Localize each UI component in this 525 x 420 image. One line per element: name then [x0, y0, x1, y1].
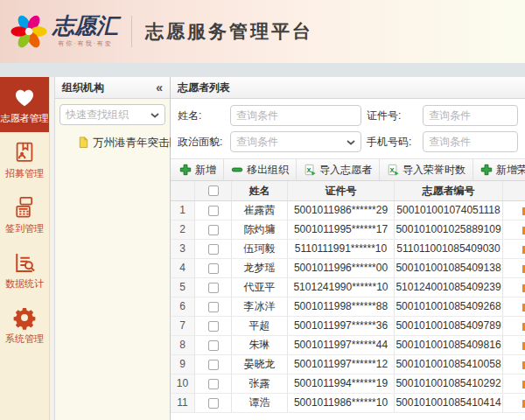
excel-icon: X — [387, 164, 399, 176]
org-panel: 组织机构 « 快速查找组织 万州港青年突击队 — [55, 77, 171, 420]
flower-logo-icon — [9, 11, 49, 52]
document-icon — [78, 136, 89, 150]
cell-volunteer-no: 500101001085410058 — [395, 355, 503, 374]
cell-name: 伍珂毅 — [232, 240, 288, 258]
idnumber-input[interactable] — [423, 105, 518, 126]
org-search-placeholder: 快速查找组织 — [66, 108, 129, 122]
heart-hand-icon — [12, 85, 37, 109]
sidebar-item-label: 招募管理 — [5, 167, 44, 180]
row-checkbox[interactable] — [208, 360, 219, 370]
svg-text:X: X — [307, 166, 312, 174]
import-volunteers-button[interactable]: X导入志愿者 — [297, 159, 380, 180]
row-checkbox[interactable] — [208, 244, 219, 255]
filter-form: 姓名:证件号:政治面貌:查询条件手机号码: — [171, 99, 525, 158]
excel-icon: X — [304, 164, 316, 176]
chevron-down-icon — [346, 136, 355, 148]
plus-icon — [179, 164, 192, 176]
row-index: 1 — [171, 201, 195, 220]
row-index: 9 — [171, 355, 195, 374]
add-honor-hours-button[interactable]: 新增荣誉时数 — [473, 159, 525, 180]
logo-tagline: 有你·有我·有爱 — [52, 39, 118, 48]
row-index: 6 — [171, 298, 195, 316]
cell-name: 朱琳 — [232, 336, 288, 354]
volunteer-table: 姓名证件号志愿者编号1崔露茜5001011986******2950010100… — [171, 181, 525, 420]
row-checkbox[interactable] — [208, 321, 219, 332]
sidebar-item-system[interactable]: 系统管理 — [0, 298, 49, 353]
cell-id-number: 5001011986******29 — [288, 201, 395, 220]
cell-name: 平超 — [232, 317, 288, 335]
row-index: 10 — [171, 374, 195, 393]
row-checkbox[interactable] — [208, 302, 219, 312]
idnumber-filter-label: 证件号: — [367, 108, 417, 123]
logo-text: 志愿汇 — [52, 15, 118, 37]
add-button[interactable]: 新增 — [172, 159, 224, 180]
row-index: 11 — [171, 394, 195, 412]
import-honor-hours-button[interactable]: X导入荣誉时数 — [380, 159, 473, 180]
sidebar-item-recruit[interactable]: 招募管理 — [0, 132, 49, 187]
sidebar-item-volunteers[interactable]: 志愿者管理 — [0, 77, 49, 132]
select-all-checkbox[interactable] — [208, 186, 219, 196]
table-row: 8朱琳5001011997******44500101001085409816 — [171, 336, 525, 355]
row-index: 7 — [171, 317, 195, 335]
button-label: 新增荣誉时数 — [496, 163, 525, 178]
org-tree-item-label: 万州港青年突击队 — [93, 136, 180, 150]
cell-id-number: 5110111991******10 — [288, 240, 395, 258]
gear-icon — [12, 305, 37, 330]
cell-id-number: 5001011997******44 — [288, 336, 395, 354]
cell-id-number: 5001011997******12 — [288, 355, 395, 374]
table-row: 5代亚平5101241990******10510124001085409239 — [171, 278, 525, 298]
row-index: 3 — [171, 240, 195, 258]
row-number-header — [171, 181, 195, 200]
row-checkbox[interactable] — [208, 263, 219, 274]
table-row: 11谭浩5001011986******10500101001085410414 — [171, 394, 525, 413]
sidebar-item-checkin[interactable]: 签到管理 — [0, 187, 49, 242]
sidebar: 志愿者管理招募管理签到管理数据统计系统管理 — [0, 77, 50, 420]
page-title: 志愿者列表 — [178, 80, 230, 95]
app-title: 志愿服务管理平台 — [145, 19, 313, 44]
table-row: 6李冰洋5001011998******88500101001085409268 — [171, 298, 525, 317]
cell-volunteer-no: 500101001085409268 — [395, 298, 503, 316]
sidebar-item-label: 志愿者管理 — [1, 112, 49, 125]
cell-name: 晏晓龙 — [232, 355, 288, 374]
button-label: 新增 — [195, 163, 216, 178]
table-row: 4龙梦瑶5001011996******00500101001085409138 — [171, 259, 525, 278]
recruit-icon — [12, 140, 37, 164]
collapse-panel-icon[interactable]: « — [156, 80, 163, 94]
table-row: 10张露5001011994******19500101001085410292 — [171, 374, 525, 394]
table-row: 9晏晓龙5001011997******12500101001085410058 — [171, 355, 525, 374]
remove-from-org-button[interactable]: 移出组织 — [224, 159, 297, 180]
minus-icon — [231, 164, 243, 176]
cell-volunteer-no: 511011001085409030 — [395, 240, 503, 258]
row-checkbox[interactable] — [208, 340, 219, 351]
button-label: 导入荣誉时数 — [402, 163, 466, 178]
svg-text:X: X — [390, 166, 395, 174]
row-index: 5 — [171, 278, 195, 297]
cell-id-number: 5001011996******00 — [288, 259, 395, 277]
cell-name: 陈灼墉 — [232, 220, 288, 239]
row-index: 8 — [171, 336, 195, 354]
cell-name: 张露 — [232, 374, 288, 393]
org-search-combobox[interactable]: 快速查找组织 — [60, 104, 165, 125]
name-filter-label: 姓名: — [178, 108, 225, 123]
politics-filter-label: 政治面貌: — [178, 135, 225, 150]
politics-select[interactable]: 查询条件 — [230, 131, 361, 152]
cell-name: 龙梦瑶 — [232, 259, 288, 277]
chevron-down-icon — [150, 108, 159, 121]
org-tree-item[interactable]: 万州港青年突击队 — [78, 136, 168, 150]
app-banner: 志愿汇 有你·有我·有爱 志愿服务管理平台 — [0, 0, 525, 63]
sidebar-item-stats[interactable]: 数据统计 — [0, 242, 49, 298]
phone-input[interactable] — [423, 131, 518, 152]
sidebar-item-label: 系统管理 — [5, 332, 44, 346]
cell-id-number: 5001011998******88 — [288, 298, 395, 316]
row-checkbox[interactable] — [208, 379, 219, 389]
row-checkbox[interactable] — [208, 283, 219, 293]
row-checkbox[interactable] — [208, 398, 219, 409]
row-checkbox[interactable] — [208, 225, 219, 235]
phone-filter-label: 手机号码: — [367, 135, 417, 150]
sidebar-item-label: 数据统计 — [5, 277, 44, 290]
column-header: 姓名 — [232, 181, 288, 200]
row-checkbox[interactable] — [208, 206, 219, 216]
plus-icon — [480, 164, 493, 176]
org-panel-title: 组织机构 — [62, 80, 104, 95]
name-input[interactable] — [230, 105, 361, 126]
